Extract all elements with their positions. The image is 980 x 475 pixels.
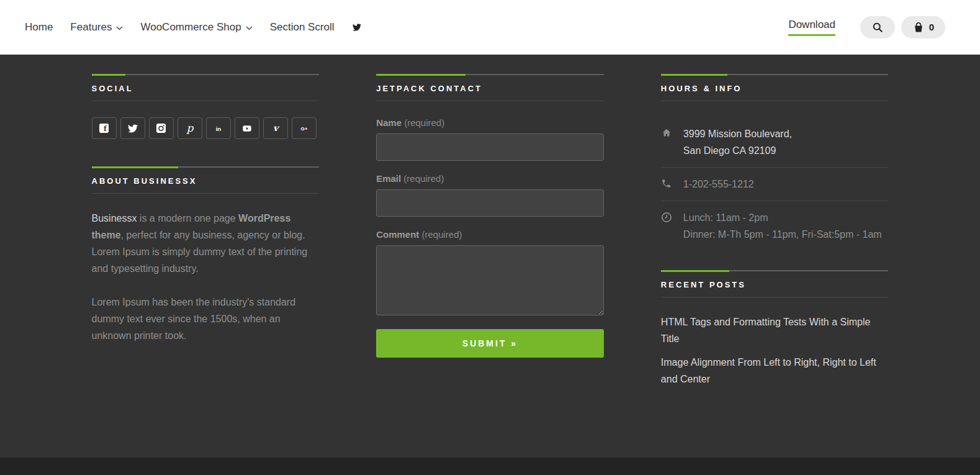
social-google-plus-link[interactable]: G+ [292, 117, 317, 139]
social-youtube-link[interactable] [235, 117, 259, 139]
address-row: 3999 Mission Boulevard, San Diego CA 921… [661, 117, 889, 168]
main-nav: Home Features WooCommerce Shop Section S… [25, 21, 362, 34]
search-button[interactable] [860, 16, 895, 38]
submit-button[interactable]: SUBMIT » [376, 329, 604, 358]
nav-item-features[interactable]: Features [70, 21, 123, 34]
widget-title: JETPACK CONTACT [376, 84, 604, 93]
social-widget: SOCIAL f p in [92, 74, 320, 139]
footer: SOCIAL f p in [0, 55, 980, 458]
email-field[interactable] [376, 189, 604, 217]
youtube-icon [241, 124, 253, 133]
opening-hours-text: Lunch: 11am - 2pm Dinner: M-Th 5pm - 11p… [683, 209, 882, 243]
footer-column-3: HOURS & INFO 3999 Mission Boulevard, San… [661, 74, 889, 415]
widget-underline [376, 101, 604, 101]
social-twitter-link[interactable] [120, 117, 145, 139]
contact-form: Name (required) Email (required) Comment… [376, 117, 604, 358]
phone-icon [661, 176, 673, 192]
social-pinterest-link[interactable]: p [178, 117, 202, 139]
svg-text:in: in [215, 125, 221, 132]
twitter-icon [352, 23, 362, 32]
name-field[interactable] [376, 133, 604, 161]
social-facebook-link[interactable]: f [92, 117, 117, 139]
social-icons-row: f p in [92, 117, 320, 139]
recent-post-link[interactable]: Image Alignment From Left to Right, Righ… [661, 354, 889, 387]
nav-item-woocommerce-shop[interactable]: WooCommerce Shop [140, 21, 252, 34]
widget-top-line [92, 74, 320, 76]
widget-top-line [92, 166, 320, 168]
instagram-icon [155, 122, 167, 134]
nav-twitter-link[interactable] [352, 23, 362, 32]
social-instagram-link[interactable] [149, 117, 174, 139]
footer-column-2: JETPACK CONTACT Name (required) Email (r… [376, 74, 604, 415]
linkedin-icon: in [212, 123, 225, 134]
nav-item-label: Section Scroll [270, 21, 335, 34]
widget-title: ABOUT BUSINESSX [92, 176, 320, 186]
chevron-down-icon [246, 26, 253, 30]
widget-top-line [661, 74, 889, 76]
email-label: Email (required) [376, 173, 604, 184]
widget-underline [92, 101, 320, 101]
widget-underline [661, 297, 889, 297]
footer-bottom-bar [0, 458, 980, 475]
home-icon [661, 125, 673, 159]
nav-item-section-scroll[interactable]: Section Scroll [270, 21, 335, 34]
svg-text:v: v [272, 123, 279, 133]
contact-widget: JETPACK CONTACT Name (required) Email (r… [376, 74, 604, 358]
nav-item-label: Features [70, 21, 112, 34]
nav-item-label: WooCommerce Shop [140, 21, 241, 34]
address-text: 3999 Mission Boulevard, San Diego CA 921… [683, 125, 792, 159]
shopping-bag-icon [912, 21, 925, 34]
widget-underline [661, 101, 889, 101]
svg-text:G+: G+ [300, 126, 307, 132]
widget-underline [92, 193, 320, 194]
comment-label: Comment (required) [376, 229, 604, 240]
social-vimeo-link[interactable]: v [263, 117, 288, 139]
social-linkedin-link[interactable]: in [206, 117, 231, 139]
nav-item-label: Home [25, 21, 53, 34]
download-link[interactable]: Download [788, 19, 835, 36]
comment-field[interactable] [376, 245, 604, 315]
search-icon [871, 21, 884, 34]
chevron-down-icon [116, 26, 123, 30]
address-link[interactable]: San Diego CA 92109 [683, 142, 792, 159]
cart-count-badge: 0 [929, 22, 934, 32]
svg-text:p: p [186, 122, 194, 134]
hours-row: Lunch: 11am - 2pm Dinner: M-Th 5pm - 11p… [661, 201, 889, 251]
cart-button[interactable]: 0 [901, 16, 945, 38]
facebook-icon: f [98, 122, 110, 134]
about-widget: ABOUT BUSINESSX Businessx is a modern on… [92, 166, 320, 344]
site-header: Home Features WooCommerce Shop Section S… [0, 0, 980, 55]
recent-post-link[interactable]: HTML Tags and Formatting Tests With a Si… [661, 314, 889, 347]
phone-row: 1-202-555-1212 [661, 168, 889, 201]
widget-title: SOCIAL [92, 84, 320, 93]
widget-title: RECENT POSTS [661, 280, 889, 289]
recent-posts-widget: RECENT POSTS HTML Tags and Formatting Te… [661, 270, 889, 387]
widget-top-line [376, 74, 604, 76]
about-paragraph-2: Lorem Ipsum has been the industry's stan… [92, 294, 320, 344]
address-link[interactable]: 3999 Mission Boulevard, [683, 125, 792, 142]
businessx-link[interactable]: Businessx [92, 213, 137, 224]
phone-number: 1-202-555-1212 [683, 176, 754, 192]
pinterest-icon: p [184, 122, 196, 135]
widget-title: HOURS & INFO [661, 84, 889, 93]
name-label: Name (required) [376, 117, 604, 128]
clock-icon [661, 209, 673, 243]
footer-column-1: SOCIAL f p in [92, 74, 320, 415]
header-actions: Download 0 [788, 16, 945, 38]
hours-info-widget: HOURS & INFO 3999 Mission Boulevard, San… [661, 74, 889, 251]
nav-item-home[interactable]: Home [25, 21, 53, 34]
google-plus-icon: G+ [297, 124, 311, 133]
widget-top-line [661, 270, 889, 272]
vimeo-icon: v [269, 122, 282, 135]
about-paragraph-1: Businessx is a modern one page WordPress… [92, 210, 320, 277]
twitter-icon [127, 124, 138, 133]
